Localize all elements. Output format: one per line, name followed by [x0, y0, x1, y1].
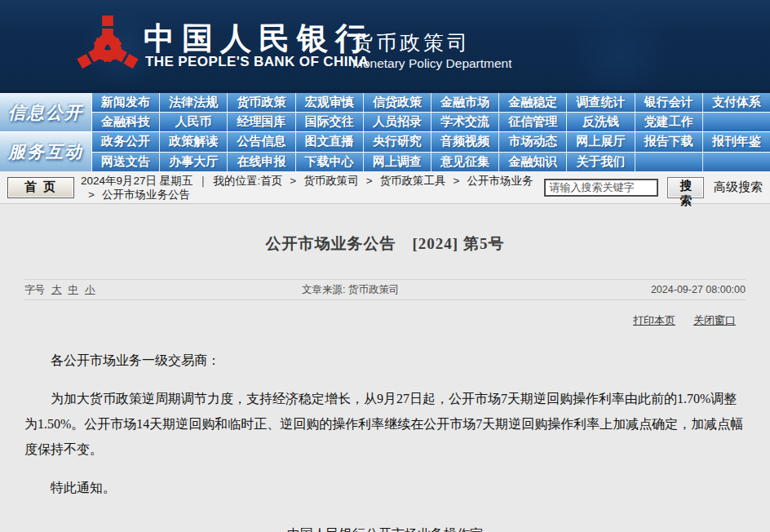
nav-item[interactable]: 反洗钱 — [566, 113, 634, 131]
site-header: 中国人民银行 THE PEOPLE'S BANK OF CHINA 货币政策司 … — [0, 0, 770, 90]
nav-item[interactable]: 市场动态 — [498, 132, 566, 152]
article-actions: 打印本页 关闭窗口 — [24, 313, 746, 328]
close-window-link[interactable]: 关闭窗口 — [693, 313, 736, 328]
nav-item[interactable]: 金融稳定 — [498, 93, 566, 112]
nav-item[interactable]: 银行会计 — [635, 93, 702, 112]
nav-item[interactable]: 调查统计 — [566, 93, 634, 112]
nav-item[interactable]: 图文直播 — [295, 132, 363, 152]
nav-item-empty — [702, 153, 770, 172]
nav-item[interactable]: 党建工作 — [635, 113, 702, 131]
breadcrumb-item[interactable]: 公开市场业务公告 — [102, 188, 190, 201]
source-value: 货币政策司 — [348, 284, 400, 295]
nav-item[interactable]: 下载中心 — [295, 153, 363, 172]
pboc-emblem-icon — [77, 13, 139, 83]
nav-item[interactable]: 新闻发布 — [92, 93, 159, 112]
nav-item[interactable]: 报告下载 — [635, 132, 702, 152]
crumb-arrow: > — [454, 175, 460, 187]
nav-item[interactable]: 学术交流 — [431, 113, 498, 131]
search-button[interactable]: 搜索 — [667, 177, 704, 198]
nav-item[interactable]: 金融市场 — [431, 93, 498, 112]
nav-item[interactable]: 办事大厅 — [159, 153, 227, 172]
nav-item-empty — [702, 113, 770, 131]
font-size-label: 字号 — [24, 283, 45, 297]
nav-item[interactable]: 公告信息 — [227, 132, 294, 152]
current-date: 2024年9月27日 星期五 — [81, 175, 192, 187]
article-source: 文章来源: 货币政策司 — [302, 283, 399, 297]
nav-item[interactable]: 网上调查 — [363, 153, 431, 172]
nav-group-label[interactable]: 服务互动 — [0, 132, 92, 171]
article-body: 各公开市场业务一级交易商： 为加大货币政策逆周期调节力度，支持经济稳定增长，从9… — [24, 348, 746, 532]
article: 公开市场业务公告 [2024] 第5号 字号 大 中 小 文章来源: 货币政策司… — [0, 204, 770, 532]
breadcrumb-separator: ｜ — [197, 175, 208, 187]
crumb-arrow: > — [88, 188, 95, 201]
breadcrumb-item[interactable]: 公开市场业务 — [467, 175, 533, 187]
nav-item[interactable]: 金融科技 — [92, 113, 159, 131]
advanced-search-link[interactable]: 高级搜索 — [714, 180, 763, 195]
nav-item-empty — [635, 153, 702, 172]
nav-item[interactable]: 征信管理 — [498, 113, 566, 131]
article-datetime: 2024-09-27 08:00:00 — [651, 284, 746, 295]
nav-item[interactable]: 信贷政策 — [363, 93, 431, 112]
print-page-link[interactable]: 打印本页 — [633, 313, 675, 328]
notice-line: 特此通知。 — [24, 475, 746, 500]
nav-item[interactable]: 在线申报 — [227, 153, 294, 172]
nav-item[interactable]: 音频视频 — [431, 132, 498, 152]
home-button[interactable]: 首 页 — [7, 177, 74, 198]
breadcrumb-item[interactable]: 货币政策工具 — [380, 175, 446, 187]
location-label[interactable]: 我的位置:首页 — [214, 175, 283, 187]
nav-item[interactable]: 经理国库 — [227, 113, 294, 131]
nav-item[interactable]: 政策解读 — [159, 132, 227, 152]
nav-item[interactable]: 网送文告 — [92, 153, 159, 172]
signature-office: 中国人民银行公开市场业务操作室 — [24, 521, 746, 532]
body-paragraph: 为加大货币政策逆周期调节力度，支持经济稳定增长，从9月27日起，公开市场7天期逆… — [24, 386, 746, 462]
crumb-arrow: > — [366, 175, 373, 187]
nav-item[interactable]: 人员招录 — [363, 113, 431, 131]
font-size-small[interactable]: 小 — [85, 283, 95, 297]
nav-item[interactable]: 宏观审慎 — [295, 93, 363, 112]
nav-item[interactable]: 关于我们 — [566, 153, 634, 172]
department-name-cn: 货币政策司 — [352, 29, 471, 56]
nav-item[interactable]: 报刊年鉴 — [702, 132, 770, 152]
salutation: 各公开市场业务一级交易商： — [24, 348, 746, 373]
font-size-medium[interactable]: 中 — [69, 283, 79, 297]
breadcrumb-item[interactable]: 货币政策司 — [303, 175, 359, 187]
nav-item[interactable]: 国际交往 — [295, 113, 363, 131]
font-size-large[interactable]: 大 — [51, 283, 62, 297]
nav-group-label[interactable]: 信息公开 — [0, 93, 92, 131]
nav-item[interactable]: 央行研究 — [363, 132, 431, 152]
search-area: 搜索 高级搜索 — [544, 177, 763, 198]
breadcrumb: 2024年9月27日 星期五｜我的位置:首页>货币政策司>货币政策工具>公开市场… — [81, 174, 544, 202]
nav-menu: 信息公开新闻发布法律法规货币政策宏观审慎信贷政策金融市场金融稳定调查统计银行会计… — [0, 90, 770, 171]
search-input[interactable] — [544, 179, 658, 197]
nav-item[interactable]: 货币政策 — [227, 93, 294, 112]
nav-item[interactable]: 网上展厅 — [566, 132, 634, 152]
source-label: 文章来源: — [302, 284, 345, 295]
article-title: 公开市场业务公告 [2024] 第5号 — [24, 204, 746, 255]
nav-item[interactable]: 人民币 — [159, 113, 227, 131]
nav-item[interactable]: 政务公开 — [92, 132, 159, 152]
article-meta: 字号 大 中 小 文章来源: 货币政策司 2024-09-27 08:00:00 — [24, 279, 746, 300]
toolbar: 首 页 2024年9月27日 星期五｜我的位置:首页>货币政策司>货币政策工具>… — [0, 171, 770, 204]
department-name-en: Monetary Policy Department — [352, 56, 512, 71]
font-size-control: 字号 大 中 小 — [24, 283, 95, 297]
nav-item[interactable]: 法律法规 — [159, 93, 227, 112]
nav-item[interactable]: 意见征集 — [431, 153, 498, 172]
bank-name-en: THE PEOPLE'S BANK OF CHINA — [145, 54, 369, 70]
nav-item[interactable]: 支付体系 — [702, 93, 770, 112]
crumb-arrow: > — [290, 175, 296, 187]
nav-item[interactable]: 金融知识 — [498, 153, 566, 172]
